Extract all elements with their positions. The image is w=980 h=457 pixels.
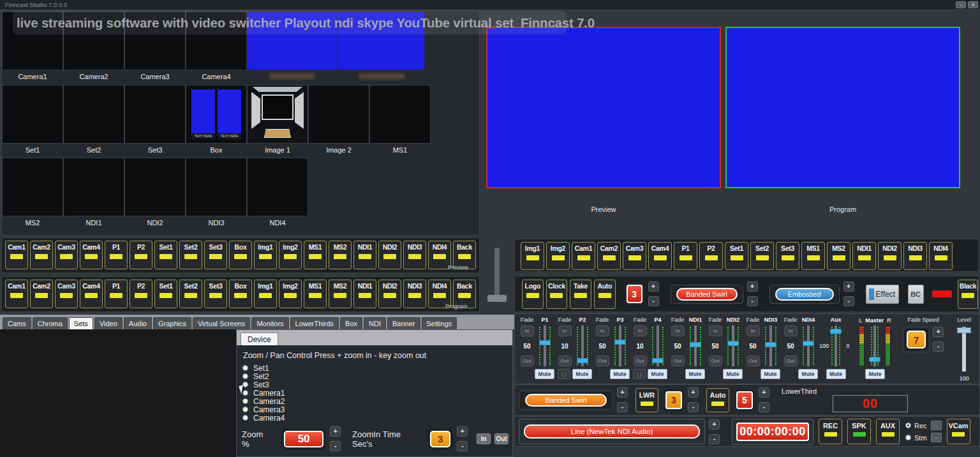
preview-bus-button[interactable]: Cam4: [80, 241, 103, 269]
plus-icon[interactable]: +: [843, 281, 854, 292]
tbar-handle[interactable]: [487, 295, 507, 302]
thumbnail-screen[interactable]: [186, 11, 247, 70]
fader-handle[interactable]: [727, 341, 739, 346]
fade-out-button[interactable]: Out: [784, 356, 798, 366]
aux-source-button[interactable]: P2: [699, 242, 723, 270]
aux-source-button[interactable]: NDI4: [929, 242, 953, 270]
preview-bus-button[interactable]: Img1: [254, 241, 277, 269]
tab[interactable]: Graphics: [153, 317, 191, 329]
radio-icon[interactable]: [905, 423, 911, 428]
minus-icon[interactable]: -: [617, 402, 628, 412]
mute-button[interactable]: Mute: [535, 369, 554, 379]
tab[interactable]: Video: [94, 317, 122, 329]
rec-radio-option[interactable]: Rec: [905, 422, 927, 430]
mute-button[interactable]: Mute: [648, 369, 667, 379]
fade-in-button[interactable]: In: [671, 326, 685, 336]
thumbnail-screen[interactable]: [124, 85, 186, 144]
program-bus-button[interactable]: P2: [130, 280, 152, 308]
tab[interactable]: Chroma: [33, 317, 68, 329]
device-option[interactable]: Camera4: [242, 414, 512, 422]
thumbnail-screen[interactable]: [63, 85, 124, 144]
fade-in-button[interactable]: In: [746, 326, 760, 336]
fader-handle[interactable]: [652, 358, 664, 363]
device-option[interactable]: Set1: [242, 364, 512, 372]
preview-bus-button[interactable]: Img2: [279, 241, 302, 269]
radio-icon[interactable]: [242, 398, 248, 404]
thumbnail-screen[interactable]: [247, 85, 308, 144]
fade-out-button[interactable]: Out: [709, 356, 722, 366]
channel-fader[interactable]: [536, 326, 554, 366]
aux-source-button[interactable]: P1: [674, 242, 697, 270]
tab[interactable]: Box: [340, 317, 362, 329]
stereo-link-button[interactable]: ( ): [633, 369, 646, 379]
fade-out-button[interactable]: Out: [558, 356, 572, 366]
aux-source-button[interactable]: Set2: [750, 242, 774, 270]
program-bus-button[interactable]: NDI2: [378, 280, 401, 308]
thumbnail-screen[interactable]: [186, 158, 247, 216]
mute-button[interactable]: Mute: [826, 369, 846, 379]
tab[interactable]: Virtual Screens: [193, 317, 250, 329]
device-option[interactable]: Set3: [242, 380, 512, 389]
stereo-link-button[interactable]: ( ): [558, 369, 570, 379]
fader-handle[interactable]: [690, 342, 701, 347]
source-thumbnail[interactable]: TEXT HERE TEXT HERE Box: [186, 85, 247, 156]
program-bus-button[interactable]: P1: [105, 280, 128, 308]
radio-icon[interactable]: [242, 407, 248, 412]
program-bus-button[interactable]: NDI3: [403, 280, 426, 308]
minus-icon[interactable]: -: [330, 441, 341, 451]
zoom-out-button[interactable]: Out: [494, 433, 509, 444]
fader-handle[interactable]: [869, 357, 880, 362]
plus-icon[interactable]: +: [457, 426, 468, 437]
program-bus-button[interactable]: Cam3: [55, 280, 78, 308]
minus-icon[interactable]: -: [843, 296, 854, 306]
logo-button[interactable]: Logo: [522, 280, 544, 309]
transition-a-widget[interactable]: Banded Swirl: [671, 285, 743, 304]
preview-bus-button[interactable]: P2: [130, 241, 152, 269]
preview-bus-button[interactable]: Set1: [154, 241, 177, 269]
program-bus-button[interactable]: Cam2: [30, 280, 53, 308]
source-thumbnail[interactable]: [247, 11, 338, 82]
program-bus-button[interactable]: Set1: [154, 280, 177, 308]
plus-icon[interactable]: +: [709, 419, 720, 430]
aux-source-button[interactable]: Set3: [776, 242, 799, 270]
channel-fader[interactable]: [687, 326, 704, 366]
radio-icon[interactable]: [242, 415, 248, 421]
source-thumbnail[interactable]: NDI4: [247, 158, 308, 228]
thumbnail-screen[interactable]: [247, 158, 308, 216]
vcam-button[interactable]: VCam: [947, 419, 970, 444]
thumbnail-screen[interactable]: [2, 11, 63, 70]
ellipsis-icon[interactable]: ...: [931, 433, 942, 442]
minus-icon[interactable]: -: [688, 402, 699, 412]
thumbnail-screen[interactable]: [63, 11, 124, 70]
channel-fader[interactable]: [611, 326, 629, 366]
aux-source-button[interactable]: MS2: [827, 242, 850, 270]
source-thumbnail[interactable]: Image 2: [308, 85, 369, 156]
source-thumbnail[interactable]: Camera3: [124, 11, 186, 82]
preview-bus-button[interactable]: NDI1: [353, 241, 376, 269]
minus-icon[interactable]: -: [759, 402, 769, 412]
black-button[interactable]: Black: [958, 280, 978, 309]
program-bus-button[interactable]: NDI1: [353, 280, 376, 308]
program-bus-button[interactable]: Cam4: [80, 280, 103, 308]
effect-button[interactable]: Effect: [866, 285, 899, 304]
stm-radio-option[interactable]: Stm: [905, 434, 927, 442]
thumbnail-screen[interactable]: [2, 158, 63, 216]
tab[interactable]: Settings: [422, 317, 457, 329]
mute-button[interactable]: Mute: [610, 369, 630, 379]
preview-bus-button[interactable]: Box: [229, 241, 252, 269]
take-button[interactable]: Take: [570, 280, 591, 309]
plus-icon[interactable]: +: [617, 387, 628, 398]
radio-icon[interactable]: [905, 435, 911, 440]
program-bus-button[interactable]: Box: [229, 280, 252, 308]
mute-button[interactable]: Mute: [798, 369, 818, 379]
plus-icon[interactable]: +: [759, 387, 769, 398]
preview-bus-button[interactable]: MS1: [304, 241, 327, 269]
plus-icon[interactable]: +: [933, 327, 944, 337]
fade-out-button[interactable]: Out: [521, 356, 534, 366]
aux-button[interactable]: AUX: [876, 419, 900, 444]
rec-button[interactable]: REC: [819, 419, 842, 444]
aux-source-button[interactable]: Cam1: [572, 242, 595, 270]
source-thumbnail[interactable]: NDI3: [186, 158, 247, 228]
slider-handle[interactable]: [957, 327, 971, 333]
aux-source-button[interactable]: MS1: [801, 242, 825, 270]
